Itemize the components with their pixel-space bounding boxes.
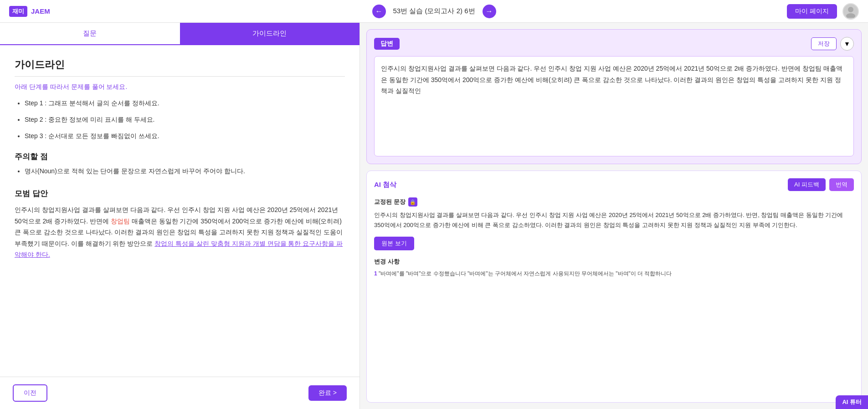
note-list: 명사(Noun)으로 적혀 있는 단어를 문장으로 자연스럽게 바꾸어 주어야 … bbox=[15, 167, 345, 176]
tab-guideline[interactable]: 가이드라인 bbox=[180, 23, 360, 44]
guideline-title: 가이드라인 bbox=[15, 58, 345, 72]
note-item-1: 명사(Noun)으로 적혀 있는 단어를 문장으로 자연스럽게 바꾸어 주어야 … bbox=[25, 167, 345, 176]
svg-point-1 bbox=[846, 13, 855, 18]
model-answer-title: 모범 답안 bbox=[15, 188, 345, 199]
left-bottom: 이전 완료 > bbox=[0, 377, 360, 409]
ai-header: AI 첨삭 AI 피드백 번역 bbox=[374, 178, 854, 191]
dropdown-button[interactable]: ▼ bbox=[840, 37, 854, 51]
step-list: Step 1 : 그래프 분석해서 글의 순서를 정하세요. Step 2 : … bbox=[15, 99, 345, 140]
logo: 재미 JAEM bbox=[9, 6, 50, 17]
ai-feedback-button[interactable]: AI 피드백 bbox=[788, 178, 826, 191]
step-item-3: Step 3 : 순서대로 모든 정보를 빠짐없이 쓰세요. bbox=[25, 132, 345, 140]
answer-box: 답변 저장 ▼ 인주시의 창업지원사업 결과를 살펴보면 다음과 같다. 우선 … bbox=[366, 29, 862, 164]
header-center: ← 53번 실습 (모의고사 2) 6번 → bbox=[372, 5, 496, 18]
header-title: 53번 실습 (모의고사 2) 6번 bbox=[393, 7, 475, 16]
ai-tutor-badge[interactable]: AI 튜터 bbox=[836, 395, 868, 409]
ai-header-buttons: AI 피드백 번역 bbox=[788, 178, 854, 191]
right-panel: 답변 저장 ▼ 인주시의 창업지원사업 결과를 살펴보면 다음과 같다. 우선 … bbox=[360, 23, 868, 409]
changes-title: 변경 사항 bbox=[374, 258, 854, 266]
chevron-down-icon: ▼ bbox=[844, 40, 850, 47]
left-content: 가이드라인 아래 단계를 따라서 문제를 풀어 보세요. Step 1 : 그래… bbox=[0, 45, 360, 377]
step-item-1: Step 1 : 그래프 분석해서 글의 순서를 정하세요. bbox=[25, 99, 345, 108]
logo-text: JAEM bbox=[31, 7, 50, 15]
corrected-text: 인주시의 창업지원사업 결과를 살펴보면 다음과 같다. 우선 인주시 창업 지… bbox=[374, 210, 854, 230]
highlight-purple-1: 창업의 특성을 살린 맞춤형 지원과 개별 면담을 통한 요구사항을 파악해야 … bbox=[15, 240, 343, 259]
prev-nav-button[interactable]: ← bbox=[372, 5, 385, 18]
guideline-divider bbox=[15, 76, 345, 77]
ai-consultation-box: AI 첨삭 AI 피드백 번역 교정된 문장 🔒 인주시의 창업지원사업 결과를… bbox=[366, 171, 862, 403]
note-title: 주의할 점 bbox=[15, 151, 345, 162]
header-right: 마이 페이지 bbox=[787, 3, 859, 20]
changes-text: 1 "바며에"를 "바며"으로 수정했습니다 "바며에"는 구어체에서 자연스럽… bbox=[374, 269, 854, 278]
guideline-subtitle: 아래 단계를 따라서 문제를 풀어 보세요. bbox=[15, 83, 345, 91]
my-page-button[interactable]: 마이 페이지 bbox=[787, 4, 837, 19]
step-item-2: Step 2 : 중요한 정보에 미리 표시를 해 두세요. bbox=[25, 116, 345, 124]
answer-label: 답변 bbox=[374, 38, 400, 50]
main-layout: 질문 가이드라인 가이드라인 아래 단계를 따라서 문제를 풀어 보세요. St… bbox=[0, 23, 868, 409]
answer-actions: 저장 ▼ bbox=[811, 37, 854, 51]
next-nav-button[interactable]: → bbox=[483, 5, 496, 18]
header: 재미 JAEM ← 53번 실습 (모의고사 2) 6번 → 마이 페이지 bbox=[0, 0, 868, 23]
logo-badge: 재미 bbox=[9, 6, 27, 17]
ai-title: AI 첨삭 bbox=[374, 181, 396, 189]
tab-question[interactable]: 질문 bbox=[0, 23, 180, 44]
translate-button[interactable]: 번역 bbox=[829, 178, 854, 191]
save-button[interactable]: 저장 bbox=[811, 37, 837, 50]
avatar[interactable] bbox=[842, 3, 859, 20]
corrected-label: 교정된 문장 🔒 bbox=[374, 197, 854, 207]
done-button[interactable]: 완료 > bbox=[308, 385, 347, 401]
answer-highlight-red: 창업팀 bbox=[802, 65, 822, 72]
answer-display[interactable]: 인주시의 창업지원사업 결과를 살펴보면 다음과 같다. 우선 인주시 창업 지… bbox=[374, 56, 854, 156]
prev-button[interactable]: 이전 bbox=[13, 384, 47, 402]
svg-point-0 bbox=[848, 7, 853, 12]
highlight-red-1: 창업팀 bbox=[111, 217, 130, 225]
corrected-label-text: 교정된 문장 bbox=[374, 198, 406, 206]
lock-icon: 🔒 bbox=[408, 197, 417, 207]
change-number-1: 1 bbox=[374, 270, 377, 277]
left-panel: 질문 가이드라인 가이드라인 아래 단계를 따라서 문제를 풀어 보세요. St… bbox=[0, 23, 360, 409]
answer-header: 답변 저장 ▼ bbox=[374, 37, 854, 51]
change-description-1: "바며에"를 "바며"으로 수정했습니다 "바며에"는 구어체에서 자연스럽게 … bbox=[379, 270, 672, 277]
view-original-button[interactable]: 원본 보기 bbox=[374, 237, 414, 250]
tab-bar: 질문 가이드라인 bbox=[0, 23, 360, 45]
model-answer-text: 인주시의 창업지원사업 결과를 살펴보면 다음과 같다. 우선 인주시 창업 지… bbox=[15, 204, 345, 260]
